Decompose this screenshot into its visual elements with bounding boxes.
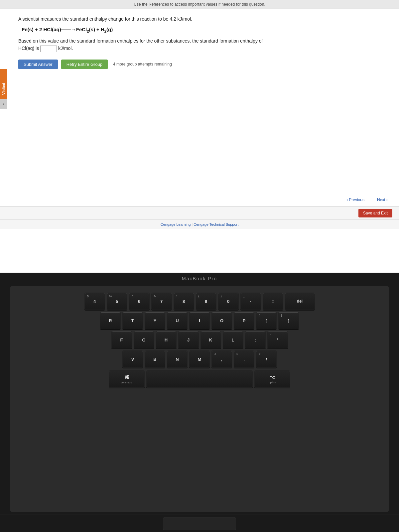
key-8[interactable]: * 8 — [174, 293, 194, 310]
keyboard: $ 4 % 5 ^ 6 & 7 * 8 ( 9 — [10, 286, 389, 512]
macbook-label: MacBook Pro — [182, 276, 217, 281]
key-period[interactable]: > . — [234, 350, 254, 368]
question-text: A scientist measures the standard enthal… — [18, 16, 389, 23]
top-note-text: Use the References to access important v… — [134, 2, 265, 7]
key-equals[interactable]: + = — [263, 293, 283, 310]
screen-area: Use the References to access important v… — [0, 0, 399, 273]
key-bracket-close[interactable]: } ] — [278, 312, 299, 329]
cengage-learning-link[interactable]: Cengage Learning — [161, 222, 191, 226]
key-t[interactable]: T — [122, 312, 143, 329]
key-l[interactable]: L — [223, 331, 243, 348]
reaction-formula: Fe(s) + 2 HCl(aq)——→FeCl2(s) + H2(g) — [22, 27, 389, 33]
key-delete[interactable]: del — [285, 293, 315, 310]
key-i[interactable]: I — [189, 312, 210, 329]
bottom-bar — [0, 514, 399, 532]
keyboard-row-vbnm: V B N M < , > . ? / — [15, 350, 384, 368]
footer: Cengage Learning | Cengage Technical Sup… — [0, 219, 399, 229]
key-9[interactable]: ( 9 — [196, 293, 216, 310]
technical-support-link[interactable]: Cengage Technical Support — [194, 222, 238, 226]
submit-answer-button[interactable]: Submit Answer — [18, 60, 58, 69]
key-5[interactable]: % 5 — [107, 293, 127, 310]
key-v[interactable]: V — [122, 350, 143, 368]
navigation-row: Previous Next — [0, 193, 399, 206]
key-g[interactable]: G — [134, 331, 154, 348]
question-content: A scientist measures the standard enthal… — [8, 9, 399, 80]
key-f[interactable]: F — [111, 331, 132, 348]
key-y[interactable]: Y — [145, 312, 165, 329]
key-comma[interactable]: < , — [211, 350, 232, 368]
question-text2: Based on this value and the standard for… — [18, 37, 389, 52]
keyboard-row-fghjkl: F G H J K L : ; " ' — [15, 331, 384, 348]
save-exit-button[interactable]: Save and Exit — [358, 209, 392, 217]
visited-label: Visited — [2, 83, 6, 95]
key-command[interactable]: ⌘ command — [109, 370, 145, 388]
key-slash[interactable]: ? / — [256, 350, 277, 368]
key-quote[interactable]: " ' — [267, 331, 288, 348]
key-6[interactable]: ^ 6 — [129, 293, 150, 310]
keyboard-row-numbers: $ 4 % 5 ^ 6 & 7 * 8 ( 9 — [15, 293, 384, 310]
content-area: Use the References to access important v… — [0, 0, 399, 273]
previous-button[interactable]: Previous — [342, 196, 369, 204]
buttons-row: Submit Answer Retry Entire Group 4 more … — [18, 58, 389, 71]
empty-area — [0, 80, 399, 193]
key-bracket-open[interactable]: { [ — [256, 312, 277, 329]
key-r[interactable]: R — [100, 312, 121, 329]
key-option[interactable]: ⌥ option — [254, 370, 290, 388]
key-n[interactable]: N — [167, 350, 188, 368]
next-button[interactable]: Next — [372, 196, 392, 204]
key-semicolon[interactable]: : ; — [245, 331, 266, 348]
key-j[interactable]: J — [178, 331, 199, 348]
top-note-bar: Use the References to access important v… — [0, 0, 399, 9]
key-p[interactable]: P — [234, 312, 254, 329]
save-exit-row: Save and Exit — [0, 206, 399, 219]
key-m[interactable]: M — [189, 350, 210, 368]
key-spacebar[interactable] — [146, 370, 253, 388]
key-h[interactable]: H — [156, 331, 177, 348]
key-4[interactable]: $ 4 — [84, 293, 105, 310]
attempts-text: 4 more group attempts remaining — [113, 62, 172, 66]
key-o[interactable]: O — [211, 312, 232, 329]
keyboard-row-bottom: ⌘ command ⌥ option — [15, 370, 384, 388]
laptop-body: Use the References to access important v… — [0, 0, 399, 532]
key-u[interactable]: U — [167, 312, 188, 329]
key-b[interactable]: B — [145, 350, 165, 368]
retry-group-button[interactable]: Retry Entire Group — [61, 60, 108, 69]
sidebar-arrow[interactable]: ‹ — [0, 99, 7, 109]
keyboard-row-rtyuiop: R T Y U I O P { [ } ] — [15, 312, 384, 329]
key-0[interactable]: ) 0 — [218, 293, 239, 310]
key-7[interactable]: & 7 — [151, 293, 172, 310]
answer-input-box[interactable] — [40, 46, 57, 52]
key-minus[interactable]: _ - — [240, 293, 261, 310]
key-k[interactable]: K — [200, 331, 221, 348]
trackpad[interactable] — [163, 517, 236, 530]
